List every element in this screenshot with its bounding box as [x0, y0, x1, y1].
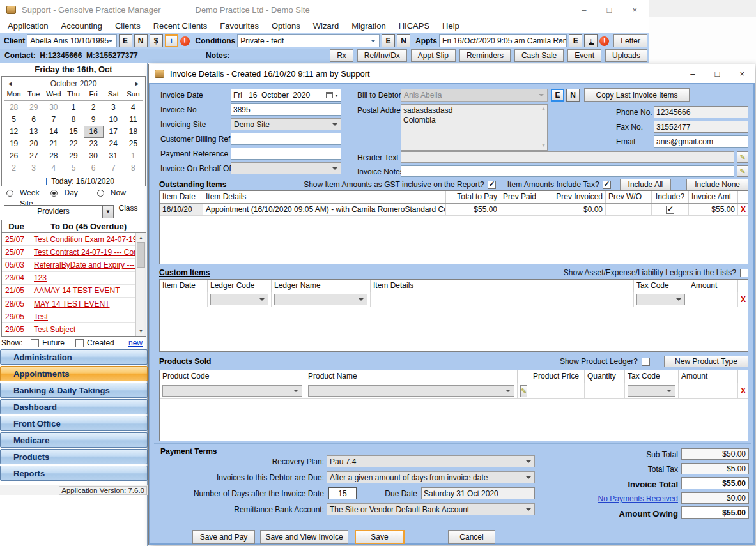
cancel-button[interactable]: Cancel — [448, 530, 495, 544]
calendar-day[interactable]: 5 — [63, 162, 83, 174]
email-input[interactable]: anis@gmail.com — [654, 135, 748, 148]
due-date-input[interactable]: Saturday 31 Oct 2020 — [421, 487, 535, 499]
conditions-n-button[interactable]: N — [397, 34, 410, 47]
calendar-day[interactable]: 13 — [24, 126, 43, 138]
save-button[interactable]: Save — [355, 530, 405, 544]
appt-alert-icon[interactable]: ! — [599, 36, 609, 46]
calendar-day[interactable]: 4 — [43, 162, 63, 174]
copy-last-invoice-items-button[interactable]: Copy Last Invoice Items — [584, 88, 690, 102]
sidebar-item-products[interactable]: Products — [0, 449, 148, 464]
sidebar-item-banking-daily-takings[interactable]: Banking & Daily Takings — [0, 383, 148, 398]
calendar-day[interactable]: 20 — [24, 138, 43, 150]
todo-link[interactable]: 123 — [31, 273, 47, 282]
appts-select[interactable]: Fri 16/Oct/2020 9:05 am Camila Romero — [439, 34, 567, 47]
calendar-day[interactable]: 24 — [104, 138, 123, 150]
phone-input[interactable]: 12345666 — [654, 106, 748, 118]
menu-item-clients[interactable]: Clients — [109, 21, 147, 31]
menu-item-migration[interactable]: Migration — [345, 21, 392, 31]
providers-dropdown-icon[interactable]: ▼ — [102, 206, 113, 218]
maximize-button[interactable]: □ — [607, 5, 612, 15]
calendar-day[interactable]: 12 — [4, 126, 24, 138]
header-text-edit-button[interactable]: ✎ — [737, 151, 748, 163]
providers-select[interactable]: Providers ▼ — [4, 205, 114, 218]
scroll-thumb[interactable] — [137, 242, 145, 268]
calendar-day[interactable]: 8 — [63, 114, 83, 126]
todo-link[interactable]: Test Contract 24-07-19 --- Con... — [31, 248, 135, 257]
minimize-button[interactable]: – — [582, 5, 586, 15]
sidebar-item-medicare[interactable]: Medicare — [0, 432, 148, 448]
calendar-day[interactable]: 14 — [43, 126, 63, 138]
debtor-e-button[interactable]: E — [551, 89, 564, 102]
created-checkbox[interactable] — [75, 339, 84, 347]
client-info-button[interactable]: i — [165, 34, 178, 47]
todo-link[interactable]: ReferralByDate and Expiry --- ... — [31, 261, 135, 269]
calendar-day[interactable]: 11 — [123, 114, 143, 126]
debtor-n-button[interactable]: N — [566, 89, 580, 102]
calendar-prev-icon[interactable]: ◄ — [7, 80, 13, 87]
ref-inv-dx-button[interactable]: Ref/Inv/Dx — [357, 49, 407, 62]
calendar-day[interactable]: 25 — [123, 138, 143, 150]
calendar-day[interactable]: 10 — [104, 114, 123, 126]
dialog-maximize-button[interactable]: □ — [715, 69, 720, 79]
days-after-invoice-input[interactable]: 15 — [328, 487, 357, 499]
todo-link[interactable]: Test Condition Exam 24-07-19... — [31, 235, 135, 244]
calendar-day[interactable]: 28 — [4, 102, 24, 114]
calendar-day[interactable]: 19 — [4, 138, 24, 150]
menu-item-options[interactable]: Options — [265, 21, 307, 31]
delete-x-icon[interactable]: X — [741, 386, 746, 395]
invoice-notes-edit-button[interactable]: ✎ — [737, 165, 748, 177]
calendar-day[interactable]: 7 — [43, 114, 63, 126]
include-checkbox[interactable] — [666, 206, 674, 214]
calendar-day[interactable]: 27 — [24, 150, 43, 162]
new-product-type-button[interactable]: New Product Type — [664, 356, 748, 367]
product-code-select[interactable] — [162, 385, 302, 397]
menu-item-help[interactable]: Help — [436, 21, 466, 31]
recovery-plan-select[interactable]: Pau 7.4 — [327, 455, 535, 467]
event-button[interactable]: Event — [567, 49, 601, 62]
calendar-day[interactable]: 18 — [123, 126, 143, 138]
calendar-day[interactable]: 3 — [24, 162, 43, 174]
client-n-button[interactable]: N — [134, 34, 148, 47]
calendar-day[interactable]: 8 — [123, 162, 143, 174]
scroll-up-icon[interactable]: ▲ — [136, 235, 146, 241]
ledger-name-select[interactable] — [274, 294, 367, 305]
future-checkbox[interactable] — [31, 339, 39, 347]
gst-inclusive-checkbox[interactable] — [488, 181, 496, 189]
calendar-day[interactable]: 26 — [4, 150, 24, 162]
calendar-day[interactable]: 4 — [123, 102, 143, 114]
scroll-down-icon[interactable]: ▼ — [136, 328, 146, 334]
dialog-close-button[interactable]: × — [739, 69, 744, 79]
calendar-icon[interactable]: ▼ — [326, 92, 339, 98]
todo-link[interactable]: Test — [31, 312, 48, 321]
appt-e-button[interactable]: E — [569, 34, 582, 47]
calendar-day[interactable]: 9 — [84, 114, 104, 126]
sidebar-item-administration[interactable]: Administration — [0, 349, 148, 365]
close-button[interactable]: × — [632, 5, 637, 15]
cash-sale-button[interactable]: Cash Sale — [514, 49, 564, 62]
calendar-day[interactable]: 5 — [4, 114, 24, 126]
calendar-day[interactable]: 30 — [84, 150, 104, 162]
conditions-e-button[interactable]: E — [382, 34, 395, 47]
sidebar-item-appointments[interactable]: Appointments — [0, 366, 148, 381]
delete-x-icon[interactable]: X — [741, 205, 746, 214]
include-all-button[interactable]: Include All — [620, 179, 672, 190]
calendar-day[interactable]: 23 — [84, 138, 104, 150]
calendar-day[interactable]: 21 — [43, 138, 63, 150]
menu-item-wizard[interactable]: Wizard — [307, 21, 345, 31]
sidebar-item-front-office[interactable]: Front Office — [0, 416, 148, 431]
invoicing-site-select[interactable]: Demo Site — [231, 118, 341, 130]
calendar-day[interactable]: 6 — [84, 162, 104, 174]
calendar-day[interactable]: 1 — [123, 150, 143, 162]
reminders-button[interactable]: Reminders — [459, 49, 511, 62]
radio-week[interactable] — [6, 190, 13, 197]
product-name-select[interactable] — [308, 385, 514, 397]
radio-day[interactable] — [50, 190, 58, 197]
sidebar-item-dashboard[interactable]: Dashboard — [0, 399, 148, 414]
calendar-day[interactable]: 2 — [4, 162, 24, 174]
calendar-day-selected[interactable]: 16 — [84, 126, 104, 138]
radio-now[interactable] — [97, 190, 104, 197]
menu-item-application[interactable]: Application — [1, 21, 55, 31]
ledger-code-select[interactable] — [210, 294, 268, 305]
client-dollar-button[interactable]: $ — [150, 34, 163, 47]
calendar-day[interactable]: 30 — [43, 102, 63, 114]
